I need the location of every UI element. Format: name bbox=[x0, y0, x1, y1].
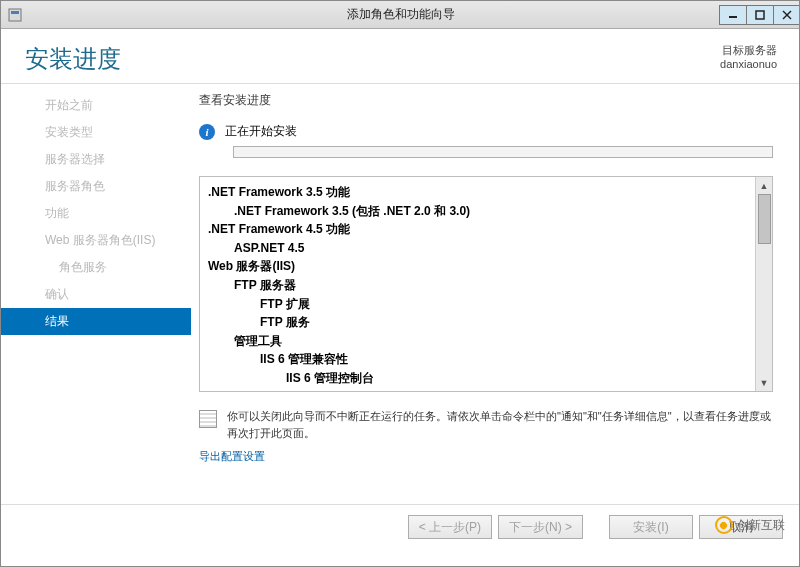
prev-button: < 上一步(P) bbox=[408, 515, 492, 539]
cancel-button[interactable]: 取消 bbox=[699, 515, 783, 539]
target-server-box: 目标服务器 danxiaonuo bbox=[720, 43, 777, 70]
target-server-label: 目标服务器 bbox=[720, 43, 777, 58]
nav-item-role-services: 角色服务 bbox=[1, 254, 191, 281]
feature-item: 管理工具 bbox=[208, 332, 747, 351]
feature-item: IIS 6 管理控制台 bbox=[208, 369, 747, 388]
note-icon bbox=[199, 410, 217, 428]
feature-scroll-area: .NET Framework 3.5 功能.NET Framework 3.5 … bbox=[200, 177, 755, 391]
feature-item: .NET Framework 3.5 (包括 .NET 2.0 和 3.0) bbox=[208, 202, 747, 221]
nav-item-before-begin: 开始之前 bbox=[1, 92, 191, 119]
feature-item: Web 服务器(IIS) bbox=[208, 257, 747, 276]
scroll-down-arrow[interactable]: ▼ bbox=[756, 374, 772, 391]
status-text: 正在开始安装 bbox=[225, 123, 297, 140]
page-title: 安装进度 bbox=[25, 43, 720, 75]
feature-item: ASP.NET 4.5 bbox=[208, 239, 747, 258]
info-icon: i bbox=[199, 124, 215, 140]
note-row: 你可以关闭此向导而不中断正在运行的任务。请依次单击命令栏中的"通知"和"任务详细… bbox=[199, 408, 773, 441]
nav-item-iis-role: Web 服务器角色(IIS) bbox=[1, 227, 191, 254]
nav-item-confirm: 确认 bbox=[1, 281, 191, 308]
target-server-name: danxiaonuo bbox=[720, 58, 777, 70]
export-config-link[interactable]: 导出配置设置 bbox=[199, 449, 773, 464]
note-text: 你可以关闭此向导而不中断正在运行的任务。请依次单击命令栏中的"通知"和"任务详细… bbox=[227, 408, 773, 441]
feature-item: FTP 扩展 bbox=[208, 295, 747, 314]
content-pane: 查看安装进度 i 正在开始安装 .NET Framework 3.5 功能.NE… bbox=[191, 84, 800, 504]
nav-item-features: 功能 bbox=[1, 200, 191, 227]
wizard-footer: < 上一步(P) 下一步(N) > 安装(I) 取消 bbox=[1, 504, 800, 549]
progress-bar bbox=[233, 146, 773, 158]
nav-item-server-roles: 服务器角色 bbox=[1, 173, 191, 200]
feature-item: .NET Framework 3.5 功能 bbox=[208, 183, 747, 202]
scrollbar[interactable]: ▲ ▼ bbox=[755, 177, 772, 391]
window-title: 添加角色和功能向导 bbox=[1, 6, 800, 23]
install-button: 安装(I) bbox=[609, 515, 693, 539]
install-feature-list: .NET Framework 3.5 功能.NET Framework 3.5 … bbox=[199, 176, 773, 392]
content-heading: 查看安装进度 bbox=[199, 92, 773, 109]
status-row: i 正在开始安装 bbox=[199, 123, 773, 140]
scroll-up-arrow[interactable]: ▲ bbox=[756, 177, 772, 194]
feature-item: IIS 6 管理兼容性 bbox=[208, 350, 747, 369]
feature-item: FTP 服务器 bbox=[208, 276, 747, 295]
nav-item-results[interactable]: 结果 bbox=[1, 308, 191, 335]
feature-item: .NET Framework 4.5 功能 bbox=[208, 220, 747, 239]
feature-item: FTP 服务 bbox=[208, 313, 747, 332]
wizard-header: 安装进度 目标服务器 danxiaonuo bbox=[1, 29, 800, 84]
next-button: 下一步(N) > bbox=[498, 515, 583, 539]
titlebar: 添加角色和功能向导 bbox=[1, 1, 800, 29]
wizard-nav: 开始之前 安装类型 服务器选择 服务器角色 功能 Web 服务器角色(IIS) … bbox=[1, 84, 191, 504]
nav-item-server-select: 服务器选择 bbox=[1, 146, 191, 173]
nav-item-install-type: 安装类型 bbox=[1, 119, 191, 146]
scroll-thumb[interactable] bbox=[758, 194, 771, 244]
